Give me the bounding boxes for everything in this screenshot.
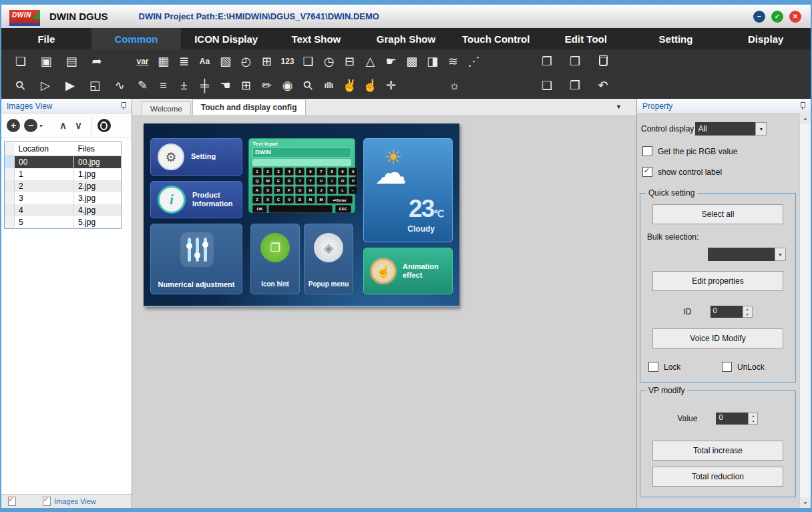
qr-code-icon[interactable]: ▩	[401, 55, 422, 67]
remove-dropdown-icon[interactable]: ▼	[39, 123, 43, 128]
preview-tile-setting[interactable]: ⚙ Setting	[150, 138, 242, 176]
ok-key[interactable]: OK	[252, 205, 267, 213]
key[interactable]: V	[284, 196, 294, 204]
picture-icon[interactable]: ▧	[215, 55, 236, 67]
table-row[interactable]: 4 4.jpg	[5, 204, 122, 216]
number-display-icon[interactable]: 123	[277, 57, 298, 65]
lock-checkbox[interactable]	[648, 362, 658, 372]
disk-search-icon[interactable]: ⚲	[296, 74, 320, 97]
audio-wave-icon[interactable]: ıllı	[319, 81, 339, 89]
gesture-icon[interactable]: ✌	[339, 79, 360, 91]
menu-item-setting[interactable]: Setting	[631, 28, 721, 49]
export-icon[interactable]: ➦	[84, 55, 110, 67]
key[interactable]: B	[295, 196, 304, 204]
unlock-checkbox[interactable]	[722, 362, 732, 372]
clock-dial-icon[interactable]: ◴	[236, 55, 256, 67]
key[interactable]: 9	[338, 168, 347, 176]
key[interactable]: W	[263, 177, 272, 185]
stack-icon[interactable]: ≋	[443, 55, 463, 67]
undo-icon[interactable]: ↶	[589, 79, 617, 91]
table-row[interactable]: 1 1.jpg	[5, 168, 122, 180]
menu-item-display[interactable]: Display	[721, 28, 811, 49]
value-stepper[interactable]: 0 ▲▼	[716, 413, 758, 425]
add-image-button[interactable]: +	[7, 119, 20, 132]
key[interactable]: Q	[252, 177, 262, 185]
tab-welcome[interactable]: Welcome	[142, 101, 191, 115]
key[interactable]: R	[284, 177, 294, 185]
key[interactable]: Z	[252, 196, 262, 204]
key[interactable]: 0	[349, 168, 358, 176]
sliders-icon[interactable]: ≣	[174, 55, 194, 67]
save-icon[interactable]: ▣	[33, 55, 59, 67]
key[interactable]: 3	[274, 168, 283, 176]
key[interactable]: C	[274, 196, 283, 204]
video-play-icon[interactable]: ▶	[57, 79, 82, 91]
tab-touch-display-config[interactable]: Touch and display config	[192, 99, 306, 115]
bulk-selection-select[interactable]: ▼	[708, 248, 786, 261]
delete-icon[interactable]	[589, 55, 617, 68]
key[interactable]: ↵Enter	[327, 196, 353, 204]
keyboard-input[interactable]: DWIN	[252, 148, 351, 158]
close-icon[interactable]: ✕	[789, 11, 801, 23]
total-increase-button[interactable]: Total increase	[652, 441, 783, 461]
key[interactable]: T	[295, 177, 304, 185]
spin-up-icon[interactable]: ▲	[743, 306, 752, 312]
key[interactable]: D	[274, 186, 283, 194]
vertical-scrollbar[interactable]: ▲ ▼	[799, 113, 811, 508]
voice-id-modify-button[interactable]: Voice ID Modify	[652, 328, 783, 348]
key[interactable]: P	[349, 177, 358, 185]
key[interactable]: K	[327, 186, 337, 194]
pin-icon[interactable]	[120, 102, 126, 109]
menu-item-icon-display[interactable]: ICON Display	[181, 28, 271, 49]
key[interactable]: ←	[349, 186, 358, 194]
print-icon[interactable]: ▤	[59, 55, 84, 67]
preview-keyboard-panel[interactable]: Text Input DWIN 1234567890 QWERTYUIOP AS…	[248, 138, 355, 213]
variable-icon[interactable]: var	[132, 57, 153, 65]
design-canvas[interactable]: ⚙ Setting i Product Information Numerica…	[132, 115, 636, 508]
trend-chart-icon[interactable]: ⋰	[463, 55, 484, 67]
chevron-down-icon[interactable]: ▼	[755, 122, 767, 136]
column-location[interactable]: Location	[15, 142, 74, 156]
preview-tile-icon-hint[interactable]: ❐ Icon hint	[250, 224, 300, 294]
preview-tile-popup-menu[interactable]: ◈ Popup menu	[304, 224, 353, 294]
key[interactable]: 2	[263, 168, 272, 176]
hmi-screen-preview[interactable]: ⚙ Setting i Product Information Numerica…	[144, 123, 459, 307]
clock-icon[interactable]: ◷	[319, 55, 339, 67]
edit-document-icon[interactable]: ✎	[132, 79, 153, 91]
spin-down-icon[interactable]: ▼	[743, 312, 752, 317]
data-text-icon[interactable]: ❏	[298, 55, 319, 67]
mouse-drag-icon[interactable]: ✛	[381, 79, 401, 91]
column-files[interactable]: Files	[74, 142, 122, 156]
touch-doc-icon[interactable]: ☛	[381, 55, 401, 67]
minimize-icon[interactable]: −	[753, 11, 765, 23]
menu-item-text-show[interactable]: Text Show	[271, 28, 361, 49]
new-page-icon[interactable]: ❏	[8, 55, 33, 67]
key[interactable]: G	[295, 186, 304, 194]
duplicate-icon[interactable]: ❐	[561, 79, 589, 91]
key[interactable]: U	[317, 177, 326, 185]
select-all-button[interactable]: Select all	[652, 204, 783, 224]
menu-item-edit-tool[interactable]: Edit Tool	[541, 28, 631, 49]
spin-up-icon[interactable]: ▲	[749, 413, 757, 419]
remove-image-button[interactable]: −	[24, 119, 37, 132]
preview-tile-numerical-adjustment[interactable]: Numerical adjustment	[150, 224, 242, 294]
keyboard-entry-field[interactable]	[268, 205, 333, 213]
image-switch-icon[interactable]: ◨	[422, 55, 443, 67]
calendar-icon[interactable]: ⊟	[339, 55, 360, 67]
key[interactable]: Y	[306, 177, 315, 185]
menu-item-file[interactable]: File	[1, 28, 91, 49]
slider-adjust-icon[interactable]: ╪	[194, 79, 215, 91]
brightness-icon[interactable]: ☼	[444, 79, 465, 91]
chevron-down-icon[interactable]: ▼	[775, 248, 786, 261]
key[interactable]: S	[263, 186, 272, 194]
key[interactable]: M	[317, 196, 326, 204]
table-row[interactable]: 2 2.jpg	[5, 180, 122, 192]
key[interactable]: O	[338, 177, 347, 185]
key[interactable]: 5	[295, 168, 304, 176]
key[interactable]: J	[317, 186, 326, 194]
table-row[interactable]: 00 00.jpg	[5, 156, 122, 169]
key[interactable]: 6	[306, 168, 315, 176]
vp-value[interactable]: 0	[716, 413, 748, 425]
plus-minus-icon[interactable]: ±	[174, 79, 194, 91]
maximize-icon[interactable]: ✓	[771, 11, 783, 23]
